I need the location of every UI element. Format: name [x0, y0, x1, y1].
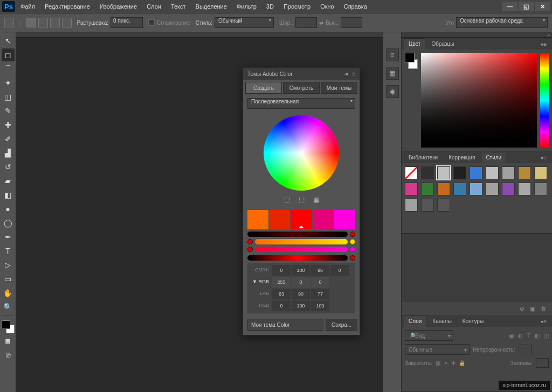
lock-all-icon[interactable]: ✚ — [451, 360, 456, 366]
menu-view[interactable]: Просмотр — [279, 2, 315, 11]
panel-menu-icon[interactable]: ≡ — [352, 71, 355, 77]
styles-panel-menu-icon[interactable]: ▾≡ — [537, 153, 550, 163]
rgb-label[interactable]: ▼ RGB — [250, 277, 271, 288]
close-button[interactable]: ✕ — [535, 2, 550, 11]
rgb-b[interactable]: 0 — [311, 277, 329, 288]
gradient-knob-2b[interactable] — [350, 239, 355, 244]
style-swatch-14[interactable] — [486, 183, 499, 195]
style-swatch-11[interactable] — [437, 183, 450, 195]
theme-swatch-5[interactable] — [334, 210, 355, 229]
new-icon[interactable]: ▣ — [530, 305, 535, 312]
subtract-selection-icon[interactable] — [50, 18, 60, 27]
stamp-tool-icon[interactable]: ▟ — [2, 146, 15, 159]
style-swatch-15[interactable] — [502, 183, 515, 195]
gradient-knob-3a[interactable] — [247, 247, 253, 252]
gradient-bar-3[interactable] — [255, 247, 348, 252]
gradient-bar-1[interactable] — [247, 232, 348, 237]
tab-layers[interactable]: Слои — [404, 316, 426, 327]
panel-expand-icon[interactable]: » — [548, 33, 550, 38]
cmyk-m[interactable]: 100 — [292, 265, 310, 276]
cmyk-c[interactable]: 0 — [272, 265, 291, 276]
dock-icon-2[interactable]: ▦ — [386, 67, 399, 80]
lab-l[interactable]: 63 — [272, 289, 291, 299]
screen-mode-icon[interactable]: ⎚ — [2, 348, 15, 361]
intersect-selection-icon[interactable] — [62, 18, 72, 27]
swap-wh-icon[interactable]: ⇄ — [319, 20, 323, 26]
antialias-checkbox[interactable] — [148, 19, 155, 26]
eraser-tool-icon[interactable]: ▰ — [2, 174, 15, 187]
marquee-tool-icon[interactable]: ◻ — [2, 48, 15, 61]
rgb-r[interactable]: 255 — [272, 277, 291, 288]
layer-kind-filter[interactable]: 🔎 Вид — [405, 330, 453, 341]
style-swatch-18[interactable] — [405, 199, 418, 212]
hsb-b[interactable]: 100 — [311, 300, 329, 311]
menu-filter[interactable]: Фильтр — [232, 2, 261, 11]
fill-input[interactable] — [536, 358, 549, 368]
minimize-button[interactable]: — — [502, 2, 518, 11]
zoom-tool-icon[interactable]: 🔍 — [2, 300, 15, 313]
path-select-tool-icon[interactable]: ▷ — [2, 258, 15, 271]
menu-type[interactable]: Текст — [167, 2, 190, 11]
lock-pixels-icon[interactable]: ▦ — [436, 360, 440, 366]
maximize-button[interactable]: ◱ — [519, 2, 534, 11]
layers-panel-menu-icon[interactable]: ▾≡ — [537, 317, 550, 327]
tab-paths[interactable]: Контуры — [458, 316, 488, 327]
tab-styles[interactable]: Стили — [481, 152, 506, 163]
gradient-bar-2[interactable] — [255, 239, 348, 244]
lock-position-icon[interactable]: ✦ — [444, 360, 448, 366]
tab-libraries[interactable]: Библиотеки — [404, 152, 443, 163]
style-swatch-17[interactable] — [534, 183, 547, 195]
menu-image[interactable]: Изображение — [95, 2, 141, 11]
blur-tool-icon[interactable]: ● — [2, 202, 15, 215]
filter-type-icon[interactable]: T — [527, 333, 530, 339]
feather-input[interactable]: 0 пикс. — [111, 17, 143, 28]
foreground-background-color[interactable] — [2, 320, 15, 333]
magic-wand-tool-icon[interactable]: ✦ — [2, 76, 15, 89]
hsb-h[interactable]: 0 — [272, 300, 291, 311]
clear-icon[interactable]: ⊘ — [520, 305, 525, 312]
wheel-tool-2-icon[interactable]: ⬚ — [299, 196, 305, 204]
history-brush-tool-icon[interactable]: ↺ — [2, 160, 15, 173]
color-panel-menu-icon[interactable]: ▾≡ — [537, 39, 550, 50]
tab-color[interactable]: Цвет — [404, 38, 425, 50]
tab-swatches[interactable]: Образцы — [426, 38, 459, 50]
hsb-s[interactable]: 100 — [292, 300, 310, 311]
style-swatch-9[interactable] — [405, 183, 418, 195]
rgb-g[interactable]: 0 — [292, 277, 310, 288]
gradient-tool-icon[interactable]: ◧ — [2, 188, 15, 201]
menu-help[interactable]: Справка — [340, 2, 371, 11]
theme-swatch-4[interactable] — [313, 210, 334, 229]
save-theme-button[interactable]: Сохра... — [326, 319, 357, 331]
cmyk-y[interactable]: 96 — [311, 265, 329, 276]
tool-preset-icon[interactable] — [4, 18, 14, 27]
workspace-dropdown[interactable]: Основная рабочая среда — [456, 17, 548, 28]
add-selection-icon[interactable] — [38, 18, 48, 27]
menu-3d[interactable]: 3D — [262, 2, 278, 11]
menu-select[interactable]: Выделение — [191, 2, 231, 11]
theme-swatch-1[interactable] — [247, 210, 268, 229]
style-swatch-0[interactable] — [405, 166, 418, 179]
quick-mask-icon[interactable]: ◙ — [2, 334, 15, 347]
wheel-tool-1-icon[interactable]: ⬚ — [284, 196, 290, 204]
opacity-input[interactable] — [519, 345, 532, 354]
healing-tool-icon[interactable]: ✚ — [2, 118, 15, 131]
filter-shape-icon[interactable]: ◧ — [535, 333, 540, 339]
style-swatch-empty-0[interactable] — [421, 199, 434, 212]
color-field[interactable] — [421, 53, 537, 148]
style-swatch-8[interactable] — [534, 166, 547, 179]
pen-tool-icon[interactable]: ✒ — [2, 230, 15, 243]
dodge-tool-icon[interactable]: ◯ — [2, 216, 15, 229]
style-swatch-16[interactable] — [518, 183, 531, 195]
tab-my-themes[interactable]: Мои темы — [321, 82, 357, 94]
tab-adjustments[interactable]: Коррекция — [444, 152, 480, 163]
gradient-knob-1[interactable] — [350, 232, 355, 237]
lasso-tool-icon[interactable]: ⌒ — [2, 62, 15, 75]
hand-tool-icon[interactable]: ✋ — [2, 286, 15, 299]
lab-label[interactable]: LAB — [250, 289, 271, 299]
crop-tool-icon[interactable]: ◫ — [2, 90, 15, 103]
move-tool-icon[interactable]: ↖ — [2, 34, 15, 47]
style-swatch-4[interactable] — [470, 166, 482, 179]
gradient-knob-3b[interactable] — [350, 247, 355, 252]
mini-foreground-background[interactable] — [405, 53, 418, 69]
style-swatch-6[interactable] — [502, 166, 515, 179]
